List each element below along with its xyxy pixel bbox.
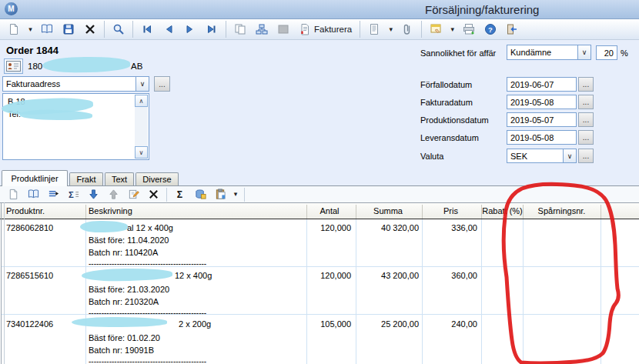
new-button[interactable] [4,20,24,38]
column-separator [601,219,601,364]
last-record-button[interactable] [202,20,222,38]
window-title: Försäljning/fakturering [425,3,539,16]
currency-browse-button[interactable]: ... [578,149,594,163]
attachment-button[interactable] [397,20,417,38]
edit-line-button[interactable] [124,187,142,202]
copy-icon [234,23,246,35]
col-antal[interactable]: Antal [306,206,353,215]
subtotal-button[interactable]: Σ [64,187,82,202]
toolbar-separator [421,21,422,38]
tab-frakt[interactable]: Frakt [69,172,103,185]
copy-button[interactable] [230,20,250,38]
chevron-down-icon[interactable]: ∨ [135,77,149,91]
product-list-button[interactable] [24,187,42,202]
next-record-button[interactable] [180,20,200,38]
address-browse-button[interactable]: ... [154,76,170,92]
col-produktnr[interactable]: Produktnr. [6,206,45,215]
insert-line-button[interactable] [44,187,62,202]
arrow-down-icon [88,189,99,200]
previous-record-button[interactable] [159,20,179,38]
due-date-field[interactable]: 2019-06-07 [507,77,577,92]
arrow-up-icon [108,189,119,200]
percent-sign: % [621,48,628,58]
delivery-date-picker-button[interactable]: ... [578,130,594,145]
sum-button[interactable]: Σ [171,187,189,202]
col-rabatt[interactable]: Rabatt (%) [482,206,523,215]
new-dropdown-button[interactable]: ▾ [25,20,35,38]
toolbar-separator [166,188,167,202]
disabled-box-icon [277,23,289,35]
report-dropdown-button[interactable]: ▾ [386,20,396,38]
production-date-picker-button[interactable]: ... [578,112,594,127]
print-button[interactable] [459,20,479,38]
properties-button[interactable] [426,20,446,38]
col-summa[interactable]: Summa [356,206,420,215]
invoice-date-picker-button[interactable]: ... [578,95,594,109]
probability-label: Sannolikhet för affär [420,48,496,58]
arrow-right-icon [184,23,196,35]
paste-dropdown-button[interactable]: ▾ [231,187,240,202]
invoice-date-field[interactable]: 2019-05-08 [507,95,577,109]
last-record-icon [206,23,218,35]
cell-produktnr: 7286515610 [6,271,53,280]
search-icon [112,23,125,35]
cell-batch: Batch nr: 110420A [89,248,158,257]
delete-button[interactable] [80,20,100,38]
properties-dropdown-button[interactable]: ▾ [447,20,457,38]
new-document-icon [8,189,19,200]
probability-percent-field[interactable]: 20 [596,45,617,60]
tab-produktlinjer[interactable]: Produktlinjer [2,170,68,186]
search-button[interactable] [109,20,129,38]
delete-x-icon [148,189,159,200]
tab-text[interactable]: Text [105,172,134,185]
column-separator [85,219,86,364]
svg-text:?: ? [488,25,493,34]
title-bar: M Försäljning/fakturering [0,0,639,19]
customer-lookup-button[interactable] [4,58,23,74]
cell-antal: 120,000 [306,271,351,280]
toolbar-separator [244,188,245,202]
printer-icon [463,23,475,35]
report-button[interactable] [364,20,384,38]
probability-combo[interactable]: Kundämne ∨ [507,45,591,60]
exit-button[interactable] [502,20,522,38]
fakturera-button[interactable]: Fakturera [295,20,356,38]
chevron-down-icon: ▾ [28,26,32,33]
production-date-field[interactable]: 2019-05-07 [507,112,577,127]
org-chart-icon [256,23,268,35]
col-beskrivning[interactable]: Beskrivning [89,206,132,215]
chevron-down-icon: ∨ [139,149,144,156]
structure-button[interactable] [252,20,272,38]
contact-card-icon [6,61,21,72]
productline-toolbar: Σ Σ ▾ [0,186,639,202]
scroll-up-button[interactable]: ∧ [135,95,148,107]
sigma-icon: Σ [175,189,186,200]
add-line-button[interactable] [4,187,22,202]
chevron-down-icon[interactable]: ∨ [563,149,576,162]
chevron-down-icon[interactable]: ∨ [577,45,590,59]
currency-combo[interactable]: SEK ∨ [507,149,577,163]
save-icon [62,23,75,35]
delete-line-button[interactable] [144,187,162,202]
address-type-combo[interactable]: Fakturaadress ∨ [2,76,149,92]
help-button[interactable]: ? [480,20,500,38]
col-pris[interactable]: Pris [422,206,480,215]
chevron-down-icon: ▾ [389,26,393,33]
report-document-icon [368,23,380,35]
col-sparningsnr[interactable]: Spårningsnr. [523,206,601,215]
toolbar-separator [104,21,105,38]
tab-diverse[interactable]: Diverse [135,172,179,185]
due-date-picker-button[interactable]: ... [578,77,594,92]
database-button[interactable] [191,187,209,202]
first-record-button[interactable] [137,20,157,38]
delivery-date-field[interactable]: 2019-05-08 [507,130,577,145]
scroll-down-button[interactable]: ∨ [135,146,148,159]
list-button[interactable] [37,20,57,38]
save-button[interactable] [59,20,79,38]
move-down-button[interactable] [84,187,102,202]
address-scrollbar[interactable]: ∧ ∨ [135,95,148,159]
column-separator [523,219,524,364]
due-date-value: 2019-06-07 [507,80,576,89]
panel-border [1,202,2,364]
paste-special-button[interactable] [211,187,229,202]
